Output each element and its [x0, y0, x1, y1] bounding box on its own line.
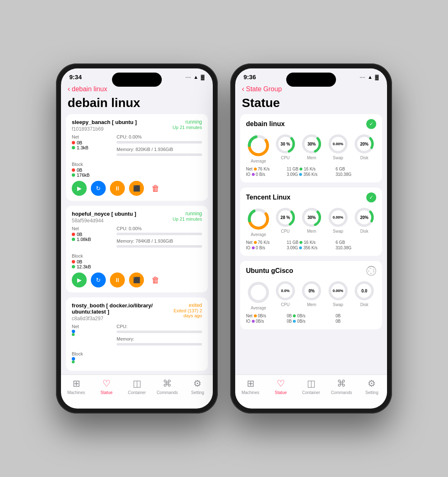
mem-label-1: Memory: 784KiB / 1.936GiB: [117, 239, 202, 243]
card-info-1: hopeful_noyce [ ubuntu ] 58af59e4d944: [72, 211, 136, 224]
delete-button-1[interactable]: 🗑: [148, 273, 163, 287]
metrics-row-1: Net 0B 1.08kB CPU: 0.00%: [72, 226, 202, 251]
cpu-col-0: 30 % CPU: [273, 133, 297, 160]
mem-label-col-0: Mem: [307, 156, 316, 160]
disk-col-1: 20% Disk: [353, 207, 377, 234]
net-label-0: Net: [72, 134, 113, 139]
disk-val-row2-0: 310.38G: [336, 172, 376, 177]
cpu-gauge-1: 28 %: [275, 207, 296, 228]
mem-label-0: Memory: 820KiB / 1.936GiB: [117, 147, 202, 152]
mem-val-row2-1: 3.09G 356 K/s: [287, 246, 336, 250]
average-svg-2: [246, 280, 271, 305]
statue-card-header-2: Ubuntu gCisco: [246, 266, 376, 276]
average-label-0: Average: [251, 159, 266, 163]
status-time-2: Exited (137) 2 days ago: [165, 308, 202, 318]
cpu-val-2: 0.0%: [281, 289, 290, 293]
block-dot-down-2: [72, 360, 75, 363]
disk-val-row1-1: 6 GB: [336, 240, 376, 245]
block-row-0: Block 0B 176kB: [72, 162, 202, 178]
tab-statue-right[interactable]: ♡ Statue: [265, 378, 296, 395]
machines-icon-left: ⊞: [73, 378, 80, 389]
check-icon-0: ✓: [366, 119, 376, 129]
io-val-row-1: IO 0 B/s: [246, 246, 287, 250]
tab-setting-left[interactable]: ⚙ Setting: [183, 378, 213, 395]
net-val-row-2: Net 0B/s: [246, 314, 287, 318]
card-info-0: sleepy_banach [ ubuntu ] f10189371b69: [72, 119, 137, 132]
swap-col-1: 0.00% Swap: [326, 207, 350, 234]
statue-card-header-1: Tencent Linux ✓: [246, 192, 376, 202]
wifi-icon: ▲: [193, 74, 198, 80]
pause-button-0[interactable]: ⏸: [110, 181, 125, 196]
block-down-1: 12.3kB: [72, 264, 113, 269]
pause-button-1[interactable]: ⏸: [110, 273, 125, 287]
mem-vals-1: 11 GB 16 K/s 3.09G 356 K/s: [287, 240, 336, 251]
metrics-grid-0: Average 30 % CPU: [246, 133, 376, 163]
block-dot-down-0: [72, 173, 75, 177]
metric-right-2: CPU: Memory:: [117, 324, 202, 349]
block-up-2: [72, 357, 113, 360]
card-header-1: hopeful_noyce [ ubuntu ] 58af59e4d944 ru…: [72, 211, 202, 224]
metrics-grid-1: Average 28 % CPU: [246, 207, 376, 237]
delete-button-0[interactable]: 🗑: [148, 181, 163, 196]
commands-label-left: Commands: [157, 390, 178, 395]
io-dot-0: [252, 173, 255, 176]
mem-val-row2-2: 0B 0B/s: [287, 319, 336, 324]
swap-label-col-1: Swap: [333, 229, 343, 234]
tab-statue-left[interactable]: ♡ Statue: [91, 378, 122, 395]
dynamic-island-right: [286, 73, 336, 87]
check-icon-1: ✓: [366, 192, 376, 202]
status-label-2: exited: [165, 302, 202, 308]
disk-val-2: 0.0: [361, 289, 367, 293]
metric-right-0: CPU: 0.00% Memory: 820KiB / 1.936GiB: [117, 134, 202, 159]
stop-button-0[interactable]: ⬛: [129, 181, 144, 196]
net-val-row-0: Net 76 K/s: [246, 167, 287, 171]
block-dot-down-1: [72, 265, 75, 268]
tab-commands-right[interactable]: ⌘ Commands: [326, 378, 357, 395]
disk-val-0: 20%: [360, 142, 368, 146]
tab-bar-left: ⊞ Machines ♡ Statue ◫ Container ⌘ Comman…: [61, 375, 213, 409]
io-label-r0: IO: [246, 172, 251, 177]
net-up-r0: 76 K/s: [258, 167, 270, 171]
restart-button-0[interactable]: ↻: [91, 181, 106, 196]
card-name-2: frosty_booth [ docker.io/library/ ubuntu…: [72, 302, 165, 315]
container-card-2: frosty_booth [ docker.io/library/ ubuntu…: [66, 297, 208, 371]
tab-commands-left[interactable]: ⌘ Commands: [152, 378, 183, 395]
scroll-content-right[interactable]: debain linux ✓ Average: [235, 114, 387, 409]
disk-label-col-0: Disk: [360, 156, 368, 160]
tab-setting-right[interactable]: ⚙ Setting: [357, 378, 387, 395]
container-icon-left: ◫: [133, 378, 141, 389]
tab-container-left[interactable]: ◫ Container: [122, 378, 152, 395]
mem-dot2-1: [299, 241, 302, 244]
restart-button-1[interactable]: ↻: [91, 273, 106, 287]
net-col-0: Net 76 K/s IO 0 B/s: [246, 167, 287, 178]
dot-down-0: [72, 146, 75, 149]
scroll-content-left[interactable]: sleepy_banach [ ubuntu ] f10189371b69 ru…: [61, 114, 213, 409]
cpu-val-1: 28 %: [280, 215, 290, 220]
statue-card-name-2: Ubuntu gCisco: [246, 267, 293, 275]
mem-bar-1: [117, 245, 202, 248]
net-dot-2: [254, 314, 257, 317]
setting-icon-left: ⚙: [193, 378, 202, 389]
tab-container-right[interactable]: ◫ Container: [296, 378, 326, 395]
card-status-2: exited Exited (137) 2 days ago: [165, 302, 202, 318]
average-donut-1: Average: [246, 207, 271, 237]
net-up-r2: 0B/s: [258, 314, 266, 318]
swap-val-2: 0.00%: [333, 289, 343, 293]
io-val-row-0: IO 0 B/s: [246, 172, 287, 177]
cpu-gauge-0: 30 %: [275, 133, 296, 155]
disk-val-row1-0: 6 GB: [336, 167, 376, 171]
net-up-0: 0B: [72, 140, 113, 145]
mem-label-col-2: Mem: [307, 302, 316, 307]
tab-machines-left[interactable]: ⊞ Machines: [61, 378, 91, 395]
block-label-1: Block: [72, 253, 113, 258]
net-dot-0: [254, 168, 257, 170]
play-button-0[interactable]: ▶: [72, 181, 87, 196]
left-phone-inner: 9:34 ···· ▲ ▓ ‹ debain linux debain linu…: [61, 68, 213, 409]
play-button-1[interactable]: ▶: [72, 273, 87, 287]
disk-val-1: 20%: [360, 215, 368, 220]
tab-machines-right[interactable]: ⊞ Machines: [235, 378, 265, 395]
mem-dot3-2: [293, 320, 296, 323]
stop-button-1[interactable]: ⬛: [129, 273, 144, 287]
mem-val-row1-2: 0B 0B/s: [287, 314, 336, 318]
machines-icon-right: ⊞: [247, 378, 254, 389]
